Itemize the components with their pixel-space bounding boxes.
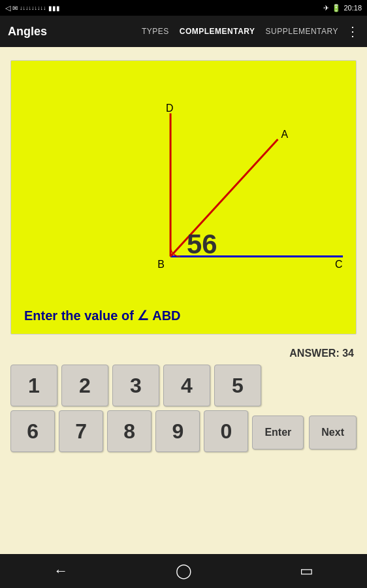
home-nav-button[interactable]: ◯ — [160, 557, 208, 585]
tab-types[interactable]: TYPES — [142, 27, 169, 36]
diagram-container: D A B C 56 Enter the value of ∠ ABD — [10, 60, 357, 335]
keypad-grid: 1 2 3 4 5 6 7 8 9 0 Enter Next — [10, 365, 357, 452]
keypad-row-1: 1 2 3 4 5 — [10, 365, 357, 406]
time-display: 20:18 — [343, 4, 362, 12]
key-5[interactable]: 5 — [214, 365, 261, 406]
svg-text:A: A — [281, 129, 288, 140]
main-content: D A B C 56 Enter the value of ∠ ABD ANSW… — [0, 47, 367, 554]
next-button[interactable]: Next — [309, 416, 357, 449]
svg-text:B: B — [157, 259, 165, 270]
key-0[interactable]: 0 — [204, 410, 248, 452]
svg-text:D: D — [166, 103, 174, 114]
key-8[interactable]: 8 — [107, 410, 152, 452]
airplane-icon: ✈ — [323, 4, 329, 12]
bottom-nav: ← ◯ ▭ — [0, 554, 367, 588]
svg-text:C: C — [335, 259, 343, 270]
action-buttons: Enter Next — [252, 416, 357, 449]
key-1[interactable]: 1 — [10, 365, 57, 406]
key-3[interactable]: 3 — [112, 365, 159, 406]
barcode-icon: ▮▮▮ — [48, 5, 60, 12]
download-icons: ↓↓↓↓↓↓↓↓↓ — [20, 5, 46, 11]
recent-nav-button[interactable]: ▭ — [284, 557, 329, 585]
nav-tabs: TYPES COMPLEMENTARY SUPPLEMENTARY — [142, 27, 338, 36]
answer-row: ANSWER: 34 — [10, 348, 357, 359]
key-9[interactable]: 9 — [155, 410, 200, 452]
key-4[interactable]: 4 — [163, 365, 210, 406]
enter-button[interactable]: Enter — [252, 416, 304, 449]
nav-bar: Angles TYPES COMPLEMENTARY SUPPLEMENTARY… — [0, 16, 367, 47]
question-label: Enter the value of ∠ ABD — [18, 308, 349, 323]
status-icons-right: ✈ 🔋 20:18 — [323, 4, 362, 12]
more-options-icon[interactable]: ⋮ — [346, 24, 359, 39]
back-icon: ◁ — [5, 4, 10, 12]
answer-display: ANSWER: 34 — [289, 348, 354, 359]
keypad-area: ANSWER: 34 1 2 3 4 5 6 7 8 9 0 Enter Nex… — [10, 348, 357, 452]
back-nav-button[interactable]: ← — [38, 557, 84, 585]
status-bar: ◁ ✉ ↓↓↓↓↓↓↓↓↓ ▮▮▮ ✈ 🔋 20:18 — [0, 0, 367, 16]
svg-text:56: 56 — [187, 229, 217, 259]
key-6[interactable]: 6 — [10, 410, 55, 452]
tab-supplementary[interactable]: SUPPLEMENTARY — [266, 27, 338, 36]
battery-icon: 🔋 — [332, 4, 341, 12]
key-2[interactable]: 2 — [61, 365, 108, 406]
tab-complementary[interactable]: COMPLEMENTARY — [180, 27, 255, 36]
angle-diagram: D A B C 56 — [18, 67, 349, 302]
key-7[interactable]: 7 — [59, 410, 103, 452]
status-icons-left: ◁ ✉ ↓↓↓↓↓↓↓↓↓ ▮▮▮ — [5, 4, 60, 12]
email-icon: ✉ — [12, 5, 18, 12]
app-title: Angles — [8, 25, 142, 39]
keypad-row-2: 6 7 8 9 0 Enter Next — [10, 410, 357, 452]
